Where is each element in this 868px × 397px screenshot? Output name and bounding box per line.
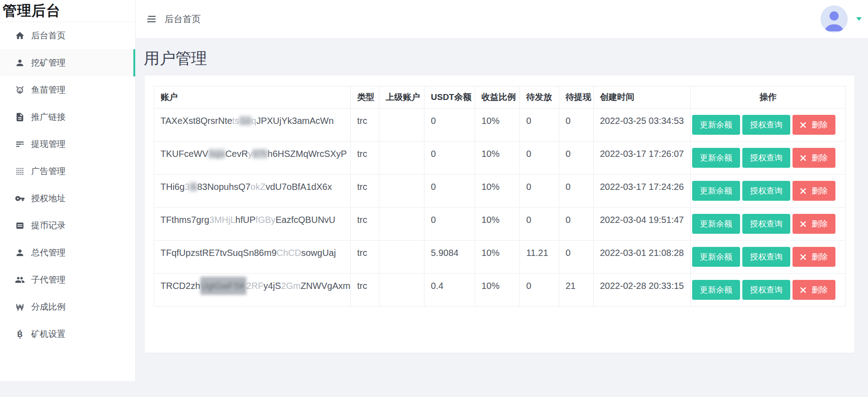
pending-release-cell: 0 (520, 109, 559, 142)
update-balance-button[interactable]: 更新余额 (692, 280, 740, 300)
delete-button-label: 删除 (809, 153, 828, 162)
pending-withdraw-cell: 0 (559, 109, 594, 142)
delete-button[interactable]: 删除 (793, 148, 835, 168)
profit-rate-cell: 10% (475, 208, 520, 241)
sidebar-item-withdraw-records[interactable]: 提币记录 (0, 212, 135, 239)
bull-icon (15, 85, 25, 95)
auth-query-button[interactable]: 授权查询 (742, 181, 790, 201)
table-row: TFqfUpzstRE7tvSuqSn86m9ChCDsowgUajtrc5.9… (154, 241, 846, 274)
pending-release-cell: 0 (520, 175, 559, 208)
chevron-down-icon[interactable] (856, 17, 862, 21)
sidebar-item-label: 总代管理 (31, 247, 66, 259)
type-cell: trc (351, 241, 379, 274)
sidebar-item-fry[interactable]: 鱼苗管理 (0, 76, 135, 104)
auth-query-button[interactable]: 授权查询 (742, 280, 790, 300)
sidebar-item-label: 广告管理 (31, 165, 66, 177)
sidebar-item-label: 授权地址 (31, 193, 66, 204)
key-icon (15, 194, 25, 203)
pending-release-cell: 0 (520, 142, 559, 175)
account-cell: TFqfUpzstRE7tvSuqSn86m9ChCDsowgUaj (154, 241, 351, 274)
created-time-cell: 2022-02-28 20:33:15 (594, 274, 691, 307)
delete-button[interactable]: 删除 (793, 181, 835, 201)
table-row: TRCD2zhUgtGwFSK2RFy4jS2GmZNWVgAxmDtrc0.4… (154, 274, 846, 307)
column-header-7: 创建时间 (594, 86, 691, 109)
x-icon (800, 120, 809, 129)
sidebar-item-label: 后台首页 (31, 30, 66, 42)
pending-withdraw-cell: 21 (559, 274, 594, 307)
actions-cell: 更新余额授权查询 删除 (691, 175, 846, 208)
account-cell: THi6g3rk83NopuhsQ7okZvdU7oBfA1dX6x (154, 175, 351, 208)
sidebar-item-ads[interactable]: 广告管理 (0, 158, 135, 185)
x-icon (800, 252, 809, 261)
column-header-0: 账户 (154, 86, 351, 109)
x-icon (800, 285, 809, 294)
person-icon (15, 58, 25, 68)
delete-button-label: 删除 (809, 120, 828, 129)
delete-button-label: 删除 (809, 186, 828, 195)
sidebar-item-sub-agent[interactable]: 子代管理 (0, 266, 135, 293)
column-header-1: 类型 (351, 86, 379, 109)
pending-release-cell: 0 (520, 208, 559, 241)
avatar[interactable] (820, 5, 848, 33)
type-cell: trc (351, 142, 379, 175)
usdt-balance-cell: 0 (425, 142, 475, 175)
sidebar-item-miner-settings[interactable]: B矿机设置 (0, 321, 135, 348)
delete-button-label: 删除 (809, 285, 828, 294)
sidebar-item-home[interactable]: 后台首页 (0, 22, 135, 49)
topbar: 后台首页 (136, 0, 868, 38)
sidebar-item-general-agent[interactable]: 总代管理 (0, 239, 135, 266)
auth-query-button[interactable]: 授权查询 (742, 247, 790, 267)
update-balance-button[interactable]: 更新余额 (692, 181, 740, 201)
user-table: 账户类型上级账户USDT余额收益比例待发放待提现创建时间操作 TAXeXst8Q… (154, 86, 846, 307)
delete-button[interactable]: 删除 (793, 280, 835, 300)
auth-query-button[interactable]: 授权查询 (742, 148, 790, 168)
delete-button[interactable]: 删除 (793, 115, 835, 135)
sidebar-item-mining[interactable]: 挖矿管理 (0, 49, 135, 76)
actions-cell: 更新余额授权查询 删除 (691, 274, 846, 307)
type-cell: trc (351, 109, 379, 142)
account-cell: TAXeXst8QrsrNtetsGdqJPXUjYk3amAcWn (154, 109, 351, 142)
x-icon (800, 219, 809, 228)
brand-title: 管理后台 (0, 0, 135, 22)
sidebar-item-share-ratio[interactable]: 分成比例 (0, 293, 135, 321)
delete-button[interactable]: 删除 (793, 247, 835, 267)
sidebar-item-label: 提币记录 (31, 220, 66, 232)
menu-toggle-button[interactable] (146, 13, 157, 25)
update-balance-button[interactable]: 更新余额 (692, 148, 740, 168)
sidebar-item-label: 鱼苗管理 (31, 84, 66, 96)
sidebar-item-label: 矿机设置 (31, 328, 66, 340)
actions-cell: 更新余额授权查询 删除 (691, 208, 846, 241)
auth-query-button[interactable]: 授权查询 (742, 115, 790, 135)
update-balance-button[interactable]: 更新余额 (692, 115, 740, 135)
sidebar-item-label: 挖矿管理 (31, 57, 66, 69)
update-balance-button[interactable]: 更新余额 (692, 214, 740, 234)
table-row: TAXeXst8QrsrNtetsGdqJPXUjYk3amAcWntrc010… (154, 109, 846, 142)
person-icon (15, 248, 25, 258)
won-icon (15, 302, 25, 312)
sidebar-item-label: 推广链接 (31, 111, 66, 123)
breadcrumb[interactable]: 后台首页 (165, 13, 201, 25)
created-time-cell: 2022-03-17 17:24:26 (594, 175, 691, 208)
created-time-cell: 2022-03-25 03:34:53 (594, 109, 691, 142)
sort-lines-icon (15, 139, 25, 149)
delete-button-label: 删除 (809, 219, 828, 228)
delete-button[interactable]: 删除 (793, 214, 835, 234)
document-icon (15, 112, 25, 122)
usdt-balance-cell: 0 (425, 208, 475, 241)
update-balance-button[interactable]: 更新余额 (692, 247, 740, 267)
delete-button-label: 删除 (809, 252, 828, 261)
account-cell: TKUFceWV3qjaCevRy87hh6HSZMqWrcSXyP (154, 142, 351, 175)
sidebar-item-withdraw-manage[interactable]: 提现管理 (0, 131, 135, 158)
page-content: 用户管理 账户类型上级账户USDT余额收益比例待发放待提现创建时间操作 TAXe… (136, 38, 868, 397)
people-icon (15, 275, 25, 285)
created-time-cell: 2022-03-17 17:26:07 (594, 142, 691, 175)
sidebar-item-auth-address[interactable]: 授权地址 (0, 185, 135, 212)
hamburger-icon (146, 13, 157, 25)
actions-cell: 更新余额授权查询 删除 (691, 142, 846, 175)
parent-account-cell (379, 208, 425, 241)
auth-query-button[interactable]: 授权查询 (742, 214, 790, 234)
parent-account-cell (379, 241, 425, 274)
sidebar-item-promo-link[interactable]: 推广链接 (0, 104, 135, 131)
parent-account-cell (379, 142, 425, 175)
profit-rate-cell: 10% (475, 109, 520, 142)
